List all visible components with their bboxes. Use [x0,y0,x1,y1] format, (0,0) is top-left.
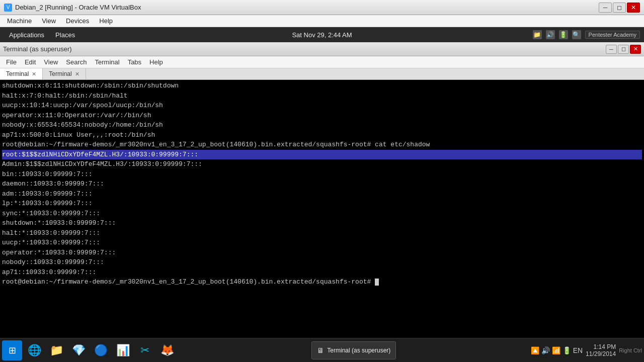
terminal-win-controls: ─ ◻ ✕ [606,45,641,54]
right-ctrl-label: Right Ctrl [619,347,642,353]
terminal-line: shutdown:*:10933:0:99999:7::: [2,218,642,228]
taskbar-cobalt[interactable]: ✂ [135,340,155,360]
terminal-line: sync:*:10933:0:99999:7::: [2,209,642,219]
guest-tray-icon4: 🔍 [572,30,581,39]
vbox-titlebar: V Debian_2 [Running] - Oracle VM Virtual… [0,0,644,15]
vbox-menu-devices[interactable]: Devices [61,16,94,26]
taskbar-date: 11/29/2014 [586,350,616,357]
taskbar-running-app[interactable]: 🖥 Terminal (as superuser) [311,341,396,359]
terminal-line: nobody::10933:0:99999:7::: [2,257,642,267]
vbox-close-button[interactable]: ✕ [627,3,640,13]
terminal-tab-1[interactable]: Terminal ✕ [0,68,43,79]
taskbar-left: ⊞ 🌐 📁 💎 🔵 📊 ✂ 🦊 [2,340,177,360]
terminal-line: adm::10933:0:99999:7::: [2,189,642,199]
taskbar-app-label: Terminal (as superuser) [327,347,390,354]
tab-2-close-icon[interactable]: ✕ [75,71,79,77]
guest-menu-applications[interactable]: Applications [4,30,49,40]
taskbar-right: 🔼 🔊 📶 🔋 EN 1:14 PM 11/29/2014 Right Ctrl [531,343,642,357]
tray-chevron[interactable]: 🔼 [531,346,539,354]
guest-datetime: Sat Nov 29, 2:44 AM [292,31,352,39]
terminal-line: root:$1$$zdlNHiCDxYDfeF4MZL.H3/:10933:0:… [2,150,642,160]
terminal-line: halt:*:10933:0:99999:7::: [2,228,642,238]
terminal-restore-button[interactable]: ◻ [618,45,629,54]
terminal-menu-view[interactable]: View [40,57,62,67]
tray-battery[interactable]: 🔋 [562,346,571,354]
guest-tray-icon2: 🔊 [546,30,555,39]
vbox-title-text: Debian_2 [Running] - Oracle VM VirtualBo… [15,4,141,11]
terminal-line: operator:x:11:0:Operator:/var/:/bin/sh [2,111,642,121]
terminal-line: ap71::10933:0:99999:7::: [2,267,642,278]
tray-lang[interactable]: EN [573,346,583,354]
terminal-line: uucp:*:10933:0:99999:7::: [2,238,642,248]
terminal-menu-terminal[interactable]: Terminal [91,57,124,67]
guest-tray-icon3: 🔋 [559,30,568,39]
terminal-titlebar: Terminal (as superuser) ─ ◻ ✕ [0,42,644,56]
terminal-line: uucp:x:10:14:uucp:/var/spool/uucp:/bin/s… [2,101,642,111]
vbox-win-controls: ─ ◻ ✕ [599,3,640,13]
terminal-line: bin::10933:0:99999:7::: [2,169,642,179]
vbox-title-left: V Debian_2 [Running] - Oracle VM Virtual… [4,4,141,12]
taskbar-explorer[interactable]: 📁 [46,340,66,360]
guest-topbar-right: 📁 🔊 🔋 🔍 Pentester Academy [533,30,640,39]
vbox-menubar: Machine View Devices Help [0,15,644,27]
guest-topbar: Applications Places Sat Nov 29, 2:44 AM … [0,27,644,42]
taskbar-app-icon: 🖥 [317,346,324,354]
taskbar-powerpoint[interactable]: 📊 [113,340,133,360]
terminal-menu-file[interactable]: File [2,57,21,67]
guest-topbar-left: Applications Places [4,30,80,40]
tray-volume[interactable]: 🔊 [541,346,550,354]
sys-tray: 🔼 🔊 📶 🔋 EN [531,346,583,354]
taskbar-time: 1:14 PM [586,343,616,350]
terminal-cursor [375,279,379,286]
terminal-menubar: File Edit View Search Terminal Tabs Help [0,56,644,68]
terminal-menu-edit[interactable]: Edit [21,57,40,67]
tray-network[interactable]: 📶 [552,346,560,354]
terminal-line: nobody:x:65534:65534:nobody:/home:/bin/s… [2,120,642,130]
terminal-line: root@debian:~/firmware-demos/_mr3020nv1_… [2,277,642,287]
pentester-label: Pentester Academy [585,31,640,39]
terminal-window-title: Terminal (as superuser) [3,45,72,53]
vbox-icon: V [4,4,12,12]
taskbar-ie[interactable]: 🌐 [24,340,44,360]
terminal-close-button[interactable]: ✕ [630,45,641,54]
terminal-line: halt:x:7:0:halt:/sbin:/sbin/halt [2,91,642,101]
vbox-menu-help[interactable]: Help [94,16,118,26]
taskbar-chrome[interactable]: 🔵 [91,340,111,360]
guest-menu-places[interactable]: Places [50,30,80,40]
terminal-tab-2[interactable]: Terminal ✕ [43,68,86,79]
terminal-line: daemon::10933:0:99999:7::: [2,179,642,189]
vbox-minimize-button[interactable]: ─ [599,3,612,13]
taskbar-virtualbox[interactable]: 💎 [68,340,89,360]
terminal-line: ap71:x:500:0:Linux User,,,:root:/bin/sh [2,130,642,140]
time-block: 1:14 PM 11/29/2014 [586,343,616,357]
terminal-line: operator:*:10933:0:99999:7::: [2,248,642,258]
vbox-menu-view[interactable]: View [37,16,61,26]
terminal-minimize-button[interactable]: ─ [606,45,617,54]
terminal-menu-help[interactable]: Help [145,57,167,67]
terminal-menu-search[interactable]: Search [62,57,91,67]
terminal-tabs: Terminal ✕ Terminal ✕ [0,68,644,80]
terminal-content[interactable]: shutdown:x:6:11:shutdown:/sbin:/sbin/shu… [0,80,644,338]
tab-1-close-icon[interactable]: ✕ [32,71,36,77]
taskbar-center: 🖥 Terminal (as superuser) [311,341,396,359]
guest-tray-icon1: 📁 [533,30,542,39]
vbox-restore-button[interactable]: ◻ [613,3,626,13]
terminal-line: lp:*:10933:0:99999:7::: [2,199,642,209]
guest-area: Applications Places Sat Nov 29, 2:44 AM … [0,27,644,362]
terminal-line: shutdown:x:6:11:shutdown:/sbin:/sbin/shu… [2,81,642,91]
start-button[interactable]: ⊞ [2,340,22,360]
taskbar: ⊞ 🌐 📁 💎 🔵 📊 ✂ 🦊 🖥 Terminal (as superuser… [0,338,644,362]
terminal-line: root@debian:~/firmware-demos/_mr3020nv1_… [2,140,642,150]
terminal-line: Admin:$1$$zdlNHiCDxYDfeF4MZL.H3/:10933:0… [2,159,642,169]
terminal-menu-tabs[interactable]: Tabs [124,57,145,67]
vbox-menu-machine[interactable]: Machine [2,16,37,26]
terminal-area: Terminal (as superuser) ─ ◻ ✕ File Edit … [0,42,644,338]
taskbar-firefox[interactable]: 🦊 [157,340,177,360]
